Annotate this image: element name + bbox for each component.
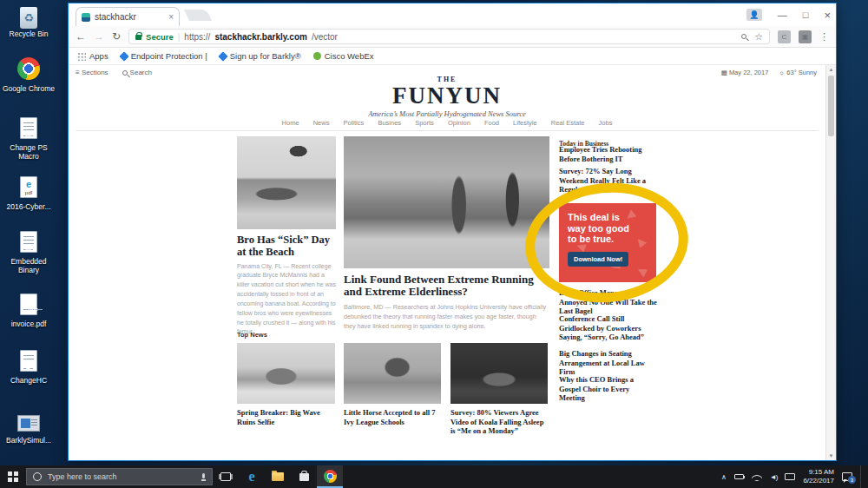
business-headline[interactable]: Conference Call Still Gridlocked by Cowo…	[559, 314, 657, 342]
business-headline[interactable]: Why this CEO Brings a Gospel Choir to Ev…	[559, 375, 657, 403]
search-icon[interactable]	[741, 34, 746, 39]
system-tray: ∧ ◄) 9:15 AM 6/22/2017 3	[721, 465, 868, 488]
barkly-icon	[218, 51, 227, 61]
browser-tab[interactable]: stackhackr ×	[76, 7, 180, 26]
nav-business[interactable]: Busines	[378, 119, 401, 127]
nav-sports[interactable]: Sports	[415, 119, 434, 127]
taskbar-chrome-active[interactable]	[317, 465, 343, 488]
taskbar-edge[interactable]: e	[239, 465, 265, 488]
bookmark-star-icon[interactable]: ☆	[754, 31, 763, 43]
taskbar-search-input[interactable]: Type here to search	[26, 468, 213, 485]
business-headline[interactable]: Employee Tries Rebooting Before Botherin…	[559, 145, 657, 163]
edge-icon: e	[248, 469, 254, 485]
battery-icon[interactable]	[734, 474, 744, 479]
page-content: ≡ Sections Search ▦ May 22, 2017 ☼ 63° S…	[69, 65, 836, 460]
secure-label: Secure	[146, 32, 174, 42]
koala-photo[interactable]	[450, 343, 548, 404]
nav-home[interactable]: Home	[282, 119, 299, 127]
endpoint-protection-icon	[119, 51, 128, 61]
webex-icon	[313, 52, 321, 60]
desktop-icon-label: Embedded Binary	[2, 258, 56, 275]
little-horse-photo[interactable]	[344, 343, 441, 404]
scroll-up-icon[interactable]: ▲	[826, 67, 836, 72]
reload-icon[interactable]: ↻	[112, 30, 121, 43]
feature-headline[interactable]: Link Found Between Extreme Running and E…	[344, 274, 549, 299]
show-desktop-button[interactable]	[860, 465, 865, 488]
profile-avatar-icon[interactable]: 👤	[746, 9, 762, 21]
nav-lifestyle[interactable]: Lifestyle	[513, 119, 537, 127]
url-path: /vector	[312, 32, 338, 42]
wifi-icon[interactable]	[752, 473, 762, 481]
nav-food[interactable]: Food	[484, 119, 499, 127]
bookmark-sign-up-barkly[interactable]: Sign up for Barkly®	[220, 51, 301, 61]
bookmark-cisco-webex[interactable]: Cisco WebEx	[313, 51, 374, 61]
volume-icon[interactable]: ◄)	[770, 473, 778, 481]
edge-pdf-icon: epdf	[20, 176, 37, 198]
top-news-item: Spring Breaker: Big Wave Ruins Selfie	[237, 343, 335, 426]
nav-jobs[interactable]: Jobs	[599, 119, 613, 127]
desktop-icon-barklysimul[interactable]: BarklySimul...	[2, 415, 56, 445]
extension-icon[interactable]: ▣	[799, 30, 812, 43]
address-bar[interactable]: Secure | https://stackhackr.barkly.com/v…	[128, 29, 770, 44]
new-tab-button[interactable]	[184, 10, 212, 21]
business-headline[interactable]: Local Office Manager Annoyed No One Will…	[559, 288, 657, 316]
article-lead: Bro Has “Sick” Day at the Beach Panama C…	[237, 136, 336, 337]
page-scrollbar[interactable]: ▲ ▼	[825, 65, 836, 460]
top-news-caption[interactable]: Spring Breaker: Big Wave Ruins Selfie	[237, 408, 335, 426]
forward-icon[interactable]: →	[94, 30, 104, 43]
menu-kebab-icon[interactable]: ⋮	[819, 31, 829, 43]
desktop-icon-google-chrome[interactable]: Google Chrome	[2, 57, 56, 94]
nav-opinion[interactable]: Opinion	[448, 119, 470, 127]
minimize-button[interactable]: —	[778, 10, 787, 20]
desktop-icon-label: BarklySimul...	[2, 437, 56, 445]
business-headline[interactable]: Survey: 72% Say Long Weekend Really Felt…	[559, 167, 657, 195]
keyboard-indicator-icon[interactable]	[785, 473, 795, 480]
malvertising-ad[interactable]: ▶ ▶ ▶ ▶ ▶ This deal is way too good to b…	[559, 203, 656, 282]
url-scheme: https://	[184, 32, 210, 42]
taskbar-file-explorer[interactable]	[265, 465, 291, 488]
taskbar-store[interactable]	[291, 465, 317, 488]
desktop-icon-invoice-pdf[interactable]: PDF invoice.pdf	[2, 293, 56, 329]
microphone-icon[interactable]	[201, 473, 206, 481]
url-host: stackhackr.barkly.com	[214, 32, 307, 42]
maximize-button[interactable]: □	[803, 10, 809, 20]
top-news-caption[interactable]: Little Horse Accepted to all 7 Ivy Leagu…	[344, 408, 441, 426]
nav-news[interactable]: News	[313, 119, 330, 127]
top-news-caption[interactable]: Survey: 80% Viewers Agree Video of Koala…	[450, 408, 548, 436]
tab-close-icon[interactable]: ×	[168, 12, 174, 22]
nav-politics[interactable]: Politics	[344, 119, 365, 127]
bookmark-endpoint-protection[interactable]: Endpoint Protection |	[121, 51, 207, 61]
desktop-icon-change-ps-macro[interactable]: W Change PS Macro	[2, 117, 56, 162]
bookmarks-bar: Apps Endpoint Protection | Sign up for B…	[69, 48, 836, 65]
extension-icon[interactable]: C	[778, 30, 791, 43]
elderly-runners-photo[interactable]	[344, 136, 549, 268]
action-center-icon[interactable]: 3	[842, 472, 852, 481]
back-icon[interactable]: ←	[76, 30, 86, 43]
lead-body: Panama City, FL — Recent college graduat…	[237, 262, 336, 338]
download-now-button[interactable]: Download Now!	[568, 252, 628, 267]
desktop-icon-embedded-binary[interactable]: W Embedded Binary	[2, 231, 56, 275]
store-bag-icon	[299, 473, 309, 481]
tray-expand-icon[interactable]: ∧	[721, 473, 727, 481]
scroll-down-icon[interactable]: ▼	[826, 453, 836, 458]
desktop-icon-changehc[interactable]: P ChangeHC	[2, 350, 56, 386]
close-button[interactable]: ×	[824, 9, 831, 22]
lead-headline[interactable]: Bro Has “Sick” Day at the Beach	[237, 234, 336, 259]
url-separator: |	[178, 32, 181, 42]
desktop-icon-2016-cyber[interactable]: epdf 2016-Cyber...	[2, 176, 56, 212]
windows-desktop: { "colors": { "accent_blue": "#1283d8", …	[0, 0, 868, 488]
desktop-icon-recycle-bin[interactable]: ♻ Recycle Bin	[2, 7, 56, 39]
wave-selfie-photo[interactable]	[237, 343, 335, 404]
scrollbar-thumb[interactable]	[828, 76, 834, 136]
task-view-button[interactable]	[213, 465, 239, 488]
recycle-bin-icon: ♻	[20, 7, 37, 29]
desktop-icon-label: Google Chrome	[2, 85, 56, 94]
apps-bookmark[interactable]: Apps	[77, 51, 108, 61]
beach-dive-photo[interactable]	[237, 136, 336, 229]
desktop-icon-label: invoice.pdf	[2, 320, 56, 329]
taskbar-clock[interactable]: 9:15 AM 6/22/2017	[803, 468, 834, 485]
start-button[interactable]	[0, 465, 26, 488]
nav-real-estate[interactable]: Real Estate	[551, 119, 585, 127]
business-headline[interactable]: Big Changes in Seating Arrangement at Lo…	[559, 349, 657, 377]
desktop-icon-label: 2016-Cyber...	[2, 203, 56, 212]
